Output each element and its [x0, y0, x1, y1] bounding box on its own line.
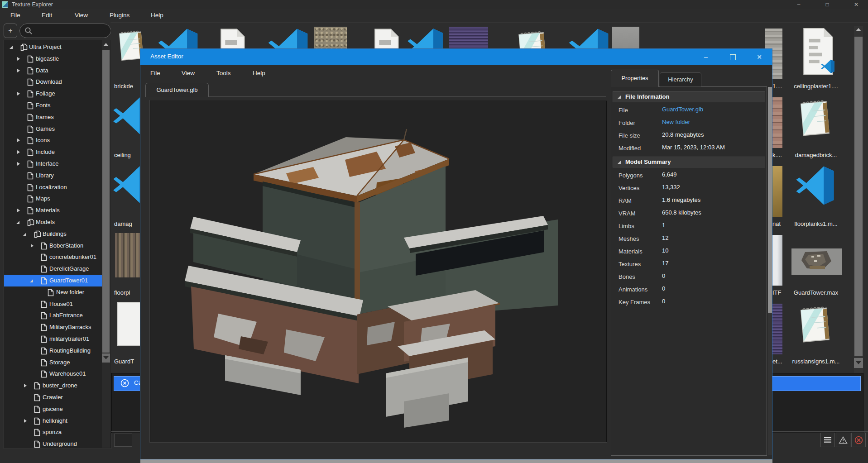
tree-item-localization[interactable]: Localization — [4, 181, 102, 193]
expand-arrow-icon[interactable] — [24, 384, 27, 387]
tree-item-bigcastle[interactable]: bigcastle — [4, 53, 102, 65]
tree-item-models[interactable]: Models — [4, 216, 102, 228]
tree-item-ultra-project[interactable]: Ultra Project — [4, 41, 102, 53]
menu-plugins[interactable]: Plugins — [107, 9, 132, 22]
editor-minimize-button[interactable]: – — [695, 49, 717, 65]
main-scrollbar[interactable] — [854, 26, 863, 376]
tree-item-library[interactable]: Library — [4, 170, 102, 181]
panel-scrollbar[interactable] — [768, 87, 772, 455]
editor-menu-help[interactable]: Help — [250, 67, 268, 80]
tree-item-concretebunker01[interactable]: concretebunker01 — [4, 251, 102, 263]
file-guardt[interactable] — [117, 302, 141, 346]
tab-guardtower-glb[interactable]: GuardTower.glb — [145, 83, 209, 97]
tree-item-include[interactable]: Include — [4, 146, 102, 158]
tab-properties[interactable]: Properties — [611, 70, 659, 87]
section-header-model-summary[interactable]: Model Summary — [613, 157, 765, 167]
tree-scrollbar-thumb[interactable] — [102, 50, 110, 353]
search-input[interactable] — [35, 25, 107, 37]
section-collapse-icon[interactable] — [618, 161, 621, 164]
errors-button[interactable] — [851, 433, 866, 447]
panel-scrollbar-thumb[interactable] — [768, 87, 772, 313]
expand-arrow-icon[interactable] — [17, 69, 20, 72]
add-button[interactable]: + — [4, 24, 17, 38]
file-russiansigns1-m[interactable] — [792, 302, 838, 347]
expand-arrow-icon[interactable] — [17, 92, 20, 95]
file-floorpl[interactable] — [115, 233, 141, 277]
tree-item-buster-drone[interactable]: buster_drone — [4, 380, 102, 391]
tree-item-crawler[interactable]: Crawler — [4, 391, 102, 403]
editor-close-button[interactable]: ✕ — [748, 49, 771, 65]
tree-item-hellknight[interactable]: hellknight — [4, 415, 102, 427]
menu-view[interactable]: View — [72, 9, 90, 22]
main-scrollbar-thumb[interactable] — [854, 37, 863, 356]
file-ceilingplaster1[interactable] — [795, 27, 839, 76]
scroll-up-icon[interactable] — [103, 43, 109, 46]
tree-item-interface[interactable]: Interface — [4, 158, 102, 170]
editor-maximize-button[interactable] — [721, 49, 744, 65]
app-maximize-button[interactable]: □ — [819, 0, 835, 9]
project-folder-icon — [34, 230, 41, 238]
tree-item-militarytrailer01[interactable]: militarytrailer01 — [4, 333, 102, 345]
scroll-down-button[interactable] — [854, 358, 863, 368]
tree-scrollbar[interactable] — [102, 40, 110, 448]
tree-item-derelictgarage[interactable]: DerelictGarage — [4, 263, 102, 275]
expand-arrow-icon[interactable] — [31, 244, 34, 248]
editor-menu-file[interactable]: File — [148, 67, 163, 80]
expand-arrow-icon[interactable] — [17, 150, 20, 154]
collapse-arrow-icon[interactable] — [10, 46, 13, 49]
tree-item-frames[interactable]: frames — [4, 111, 102, 123]
tab-hierarchy[interactable]: Hierarchy — [660, 72, 701, 87]
expand-arrow-icon[interactable] — [17, 138, 20, 142]
scroll-down-button[interactable] — [102, 353, 110, 363]
menu-help[interactable]: Help — [149, 9, 166, 22]
tree-item-download[interactable]: Download — [4, 76, 102, 88]
file-damagedbrick[interactable] — [792, 95, 838, 141]
tree-item-label: BoberStation — [49, 242, 83, 249]
expand-arrow-icon[interactable] — [17, 162, 20, 166]
collapse-arrow-icon[interactable] — [16, 221, 19, 224]
tree-item-new-folder[interactable]: New folder — [4, 286, 102, 298]
tree-item-boberstation[interactable]: BoberStation — [4, 240, 102, 252]
expand-arrow-icon[interactable] — [17, 209, 20, 212]
menu-edit[interactable]: Edit — [39, 9, 54, 22]
tree-item-routingbuilding[interactable]: RoutingBuilding — [4, 345, 102, 357]
property-value-file[interactable]: GuardTower.glb — [662, 106, 703, 113]
tree-item-foliage[interactable]: Foliage — [4, 88, 102, 100]
tree-item-buildings[interactable]: Buildings — [4, 228, 102, 240]
tree-item-giscene[interactable]: giscene — [4, 403, 102, 415]
tree-item-label: Ultra Project — [29, 43, 62, 50]
section-collapse-icon[interactable] — [618, 95, 621, 99]
expand-arrow-icon[interactable] — [24, 419, 27, 423]
section-header-file-information[interactable]: File Information — [613, 91, 765, 102]
tree-item-militarybarracks[interactable]: MilitaryBarracks — [4, 321, 102, 333]
search-box[interactable] — [19, 24, 111, 38]
scroll-up-icon[interactable] — [856, 28, 861, 31]
collapse-arrow-icon[interactable] — [23, 233, 26, 236]
tree-item-house01[interactable]: House01 — [4, 298, 102, 310]
file-guardtower-max[interactable] — [791, 248, 842, 275]
warnings-button[interactable] — [836, 433, 850, 447]
tree-item-sponza[interactable]: sponza — [4, 426, 102, 438]
editor-menu-tools[interactable]: Tools — [214, 67, 234, 80]
tree-item-icons[interactable]: Icons — [4, 134, 102, 146]
editor-menu-view[interactable]: View — [179, 67, 197, 80]
menu-file[interactable]: File — [8, 9, 23, 22]
tree-item-underground[interactable]: Underground — [4, 438, 102, 449]
tree-item-data[interactable]: Data — [4, 65, 102, 76]
expand-arrow-icon[interactable] — [17, 57, 20, 61]
model-viewport[interactable] — [150, 100, 607, 442]
tree-item-materials[interactable]: Materials — [4, 205, 102, 216]
tree-item-storage[interactable]: Storage — [4, 357, 102, 368]
app-close-button[interactable]: ✕ — [848, 0, 864, 9]
property-value-folder[interactable]: New folder — [662, 119, 690, 125]
tree-item-games[interactable]: Games — [4, 123, 102, 135]
list-view-button[interactable] — [820, 433, 835, 447]
tree-item-maps[interactable]: Maps — [4, 193, 102, 205]
tree-item-guardtower01[interactable]: GuardTower01 — [4, 275, 102, 286]
tree-item-labentrance[interactable]: LabEntrance — [4, 310, 102, 321]
app-minimize-button[interactable]: – — [791, 0, 807, 9]
collapse-arrow-icon[interactable] — [30, 279, 33, 282]
file-floorplanks1-m[interactable] — [794, 164, 836, 206]
tree-item-fonts[interactable]: Fonts — [4, 100, 102, 111]
tree-item-warehouse01[interactable]: Warehouse01 — [4, 368, 102, 380]
